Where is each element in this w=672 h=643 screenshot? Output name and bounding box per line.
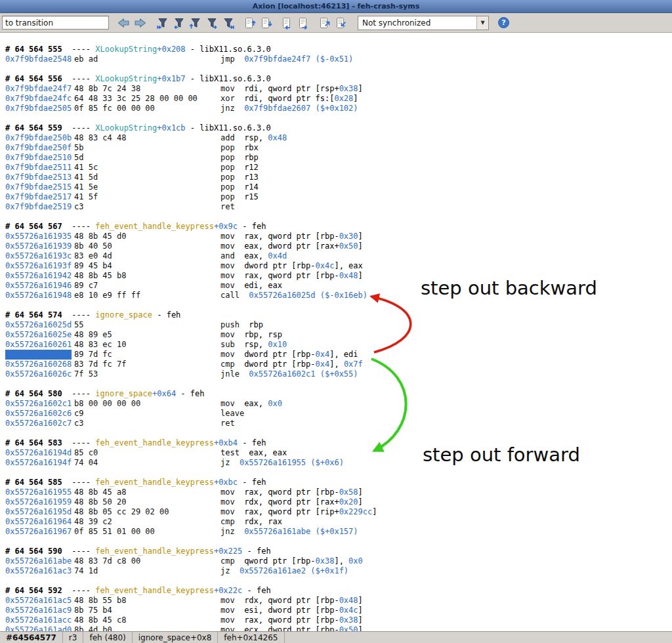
- disasm-instruction-row[interactable]: 0x55726a16193f89 45 b4mov dword ptr [rbp…: [5, 261, 672, 271]
- disasm-transition-header[interactable]: # 64 564 556 ---- XLookupString+0x1b7 - …: [5, 74, 672, 84]
- current-position-highlight: 0x55726a160265: [5, 350, 72, 360]
- disasm-instruction-row[interactable]: 0x55726a16193c83 e0 4dand eax, 0x4d: [5, 251, 672, 261]
- instruction-address: 0x55726a161955: [5, 487, 72, 497]
- disasm-instruction-row[interactable]: 0x55726a16193548 8b 45 d0mov rax, qword …: [5, 232, 672, 241]
- disasm-instruction-row[interactable]: 0x55726a16195d48 8b 05 cc 29 02 00mov ra…: [5, 507, 672, 517]
- disasm-transition-header[interactable]: # 64 564 555 ---- XLookupString+0x208 - …: [5, 45, 672, 54]
- window-titlebar[interactable]: Axion [localhost:46213] - feh-crash-syms: [0, 0, 672, 13]
- instruction-address: 0x7f9bfdae250f: [5, 143, 72, 153]
- instruction-address: 0x55726a1602c1: [5, 399, 72, 409]
- doc-arrow-out-icon[interactable]: [316, 15, 332, 31]
- disasm-instruction-row[interactable]: 0x55726a161ac374 1djz 0x55726a161ae2 ($+…: [5, 566, 672, 576]
- instruction-address: 0x55726a1602c7: [5, 419, 72, 428]
- function-name: XLookupString: [95, 74, 157, 83]
- disasm-instruction-row[interactable]: 0x55726a161ac98b 75 b4mov esi, dword ptr…: [5, 606, 672, 615]
- window-title: Axion [localhost:46213] - feh-crash-syms: [253, 2, 419, 10]
- disasm-instruction-row[interactable]: 0x7f9bfdae251541 5epop r14: [5, 182, 672, 192]
- disasm-instruction-row[interactable]: 0x55726a161acc48 8b 45 c8mov rax, qword …: [5, 615, 672, 625]
- status-segment: feh+0x14265: [218, 632, 284, 643]
- disasm-instruction-row[interactable]: 0x7f9bfdae24f748 8b 7c 24 38mov rdi, qwo…: [5, 84, 672, 94]
- instruction-address: 0x55726a16195d: [5, 507, 72, 517]
- help-icon[interactable]: ?: [498, 17, 509, 28]
- disasm-instruction-row[interactable]: 0x55726a1602c1b8 00 00 00 00mov eax, 0x0: [5, 399, 672, 409]
- doc-arrow-down-icon[interactable]: [258, 15, 274, 31]
- disasm-instruction-row[interactable]: 0x55726a161ad08b 4d b0mov ecx, dword ptr…: [5, 625, 672, 631]
- disasm-transition-header[interactable]: # 64 564 590 ---- feh_event_handle_keypr…: [5, 547, 672, 556]
- doc-arrow-in-icon[interactable]: [333, 15, 348, 31]
- disassembly-view: # 64 564 555 ---- XLookupString+0x208 - …: [0, 33, 672, 631]
- function-name: feh_event_handle_keypress: [95, 438, 214, 447]
- disasm-instruction-row[interactable]: 0x7f9bfdae251341 5dpop r13: [5, 173, 672, 182]
- instruction-address: 0x55726a161967: [5, 527, 72, 537]
- disasm-transition-header[interactable]: # 64 564 574 ---- ignore_space - feh: [5, 310, 672, 320]
- disasm-instruction-row[interactable]: 0x55726a1602c7c3ret: [5, 419, 672, 428]
- disasm-instruction-row[interactable]: 0x7f9bfdae250b48 83 c4 48add rsp, 0x48: [5, 133, 672, 143]
- filter-back-icon[interactable]: [171, 15, 187, 31]
- disasm-instruction-row[interactable]: 0x55726a16195948 8b 50 20mov rdx, qword …: [5, 497, 672, 507]
- function-name: feh_event_handle_keypress: [95, 222, 214, 231]
- disasm-instruction-row[interactable]: 0x7f9bfdae251741 5fpop r15: [5, 192, 672, 202]
- disasm-instruction-row[interactable]: 0x7f9bfdae25105dpop rbp: [5, 153, 672, 163]
- disasm-transition-header[interactable]: # 64 564 580 ---- ignore_space+0x64 - fe…: [5, 389, 672, 399]
- status-segment: #64564577: [0, 632, 63, 643]
- disasm-instruction-row[interactable]: 0x55726a161abe48 83 7d c8 00cmp qword pt…: [5, 556, 672, 566]
- disasm-instruction-row[interactable]: 0x7f9bfdae25050f 85 fc 00 00 00jnz 0x7f9…: [5, 104, 672, 114]
- instruction-address: 0x55726a161ad0: [5, 625, 72, 631]
- instruction-address: 0x7f9bfdae2517: [5, 192, 72, 202]
- function-name: ignore_space: [95, 310, 152, 320]
- sync-dropdown-value: Not synchronized: [358, 16, 476, 30]
- go-forward-icon[interactable]: [133, 15, 148, 31]
- disasm-transition-header[interactable]: # 64 564 592 ---- feh_event_handle_keypr…: [5, 586, 672, 596]
- disasm-instruction-row[interactable]: 0x55726a161ac548 8b 55 b8mov rdx, qword …: [5, 596, 672, 606]
- instruction-address: 0x7f9bfdae24f7: [5, 84, 72, 94]
- disasm-instruction-row[interactable]: 0x7f9bfdae24fc64 48 33 3c 25 28 00 00 00…: [5, 94, 672, 104]
- doc-arrow-right-icon[interactable]: [295, 15, 311, 31]
- instruction-address: 0x55726a16194d: [5, 448, 72, 458]
- disasm-transition-header[interactable]: # 64 564 559 ---- XLookupString+0x1cb - …: [5, 123, 672, 133]
- disasm-instruction-row[interactable]: 0x55726a16196448 39 c2cmp rdx, rax: [5, 517, 672, 527]
- doc-arrow-up-icon[interactable]: [242, 15, 257, 31]
- instruction-address: 0x55726a161acc: [5, 615, 72, 625]
- instruction-address: 0x55726a16025d: [5, 320, 72, 330]
- status-segment: ignore_space+0x8: [133, 632, 219, 643]
- instruction-address: 0x55726a161942: [5, 271, 72, 281]
- disasm-transition-header[interactable]: # 64 564 585 ---- feh_event_handle_keypr…: [5, 478, 672, 487]
- disasm-instruction-row[interactable]: 0x55726a16026589 7d fcmov dword ptr [rbp…: [5, 350, 672, 360]
- toolbar: Not synchronized ▼ ?: [0, 13, 672, 33]
- instruction-address: 0x7f9bfdae2515: [5, 182, 72, 192]
- go-back-icon[interactable]: [116, 15, 131, 31]
- filter-forward-icon[interactable]: [204, 15, 220, 31]
- instruction-address: 0x7f9bfdae250b: [5, 133, 72, 143]
- disasm-instruction-row[interactable]: 0x55726a16025d55push rbp: [5, 320, 672, 330]
- disasm-instruction-row[interactable]: 0x7f9bfdae251141 5cpop r12: [5, 163, 672, 173]
- disasm-instruction-row[interactable]: 0x55726a16026883 7d fc 7fcmp dword ptr […: [5, 360, 672, 369]
- disasm-instruction-row[interactable]: 0x55726a1602c6c9leave: [5, 409, 672, 419]
- doc-arrow-left-icon[interactable]: [279, 15, 295, 31]
- disasm-instruction-row[interactable]: 0x7f9bfdae2519c3ret: [5, 202, 672, 212]
- filter-here-icon[interactable]: [188, 15, 203, 31]
- instruction-address: 0x7f9bfdae2519: [5, 202, 72, 212]
- disasm-instruction-row[interactable]: 0x55726a16026148 83 ec 10sub rsp, 0x10: [5, 340, 672, 350]
- instruction-address: 0x55726a161abe: [5, 556, 72, 566]
- instruction-address: 0x7f9bfdae2511: [5, 163, 72, 173]
- instruction-address: 0x55726a16025e: [5, 330, 72, 340]
- instruction-address: 0x55726a16194f: [5, 458, 72, 468]
- disasm-instruction-row[interactable]: 0x55726a16025e48 89 e5mov rbp, rsp: [5, 330, 672, 340]
- filter-forward-last-icon[interactable]: [220, 15, 236, 31]
- disasm-instruction-row[interactable]: 0x7f9bfdae250f5bpop rbx: [5, 143, 672, 153]
- status-segment: r3: [63, 632, 84, 643]
- disasm-instruction-row[interactable]: 0x55726a1619398b 40 50mov eax, dword ptr…: [5, 241, 672, 251]
- chevron-down-icon[interactable]: ▼: [476, 16, 488, 30]
- disasm-instruction-row[interactable]: 0x55726a16195548 8b 45 a8mov rax, qword …: [5, 487, 672, 497]
- disasm-transition-header[interactable]: # 64 564 567 ---- feh_event_handle_keypr…: [5, 222, 672, 232]
- filter-back-first-icon[interactable]: [155, 15, 171, 31]
- transition-search-input[interactable]: [2, 16, 109, 30]
- instruction-address: 0x55726a161964: [5, 517, 72, 527]
- disasm-instruction-row[interactable]: 0x55726a1619670f 85 51 01 00 00jnz 0x557…: [5, 527, 672, 537]
- status-segment: feh (480): [83, 632, 132, 643]
- instruction-address: 0x55726a161ac9: [5, 606, 72, 615]
- disasm-instruction-row[interactable]: 0x7f9bfdae2548eb adjmp 0x7f9bfdae24f7 ($…: [5, 54, 672, 64]
- sync-dropdown[interactable]: Not synchronized ▼: [358, 16, 489, 30]
- disasm-instruction-row[interactable]: 0x55726a16026c7f 53jnle 0x55726a1602c1 (…: [5, 369, 672, 379]
- function-name: XLookupString: [95, 45, 157, 54]
